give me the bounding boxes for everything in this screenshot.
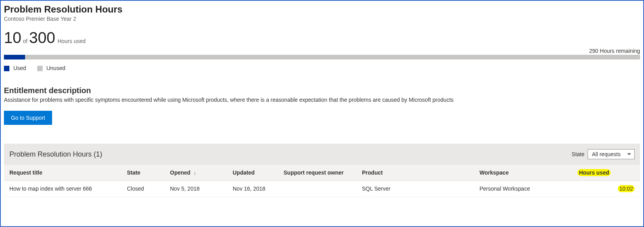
- of-label: of: [22, 38, 29, 44]
- sort-descending-icon: ↓: [194, 170, 196, 176]
- hours-progress-bar: [4, 55, 640, 59]
- cell-product: SQL Server: [356, 181, 474, 197]
- state-filter-label: State: [572, 151, 584, 157]
- cell-opened: Nov 5, 2018: [165, 181, 227, 197]
- col-opened[interactable]: Opened ↓: [165, 165, 227, 181]
- cell-hours-used: 10:02: [572, 181, 640, 197]
- cell-state: Closed: [121, 181, 165, 197]
- page-title: Problem Resolution Hours: [4, 4, 640, 15]
- requests-table: Request title State Opened ↓ Updated Sup…: [4, 165, 640, 197]
- cell-owner: [278, 181, 356, 197]
- cell-workspace: Personal Workspace: [474, 181, 572, 197]
- grid-title: Problem Resolution Hours (1): [9, 150, 102, 159]
- cell-updated: Nov 16, 2018: [227, 181, 278, 197]
- chevron-down-icon: [627, 153, 631, 155]
- progress-legend: Used Unused: [4, 65, 640, 71]
- table-header-row: Request title State Opened ↓ Updated Sup…: [4, 165, 640, 181]
- col-hours-used-label: Hours used: [577, 169, 611, 176]
- legend-unused-label: Unused: [46, 65, 65, 71]
- hours-progress-fill: [4, 55, 25, 59]
- col-hours-used[interactable]: Hours used: [572, 165, 640, 181]
- state-filter-value: All requests: [592, 151, 620, 157]
- entitlement-description: Assistance for problems with specific sy…: [4, 97, 640, 103]
- hours-remaining-label: 290 Hours remaining: [4, 48, 640, 54]
- hours-total-value: 300: [29, 30, 55, 45]
- col-request-title[interactable]: Request title: [4, 165, 121, 181]
- hours-used-value: 10: [4, 30, 22, 45]
- col-updated[interactable]: Updated: [227, 165, 278, 181]
- entitlement-heading: Entitlement description: [4, 86, 640, 95]
- hours-unit-label: Hours used: [58, 38, 86, 44]
- grid-header: Problem Resolution Hours (1) State All r…: [4, 144, 640, 165]
- col-opened-label: Opened: [170, 169, 190, 176]
- col-product[interactable]: Product: [356, 165, 474, 181]
- go-to-support-button[interactable]: Go to Support: [4, 111, 52, 125]
- legend-used-swatch: [4, 66, 9, 71]
- col-owner[interactable]: Support request owner: [278, 165, 356, 181]
- legend-used-label: Used: [13, 65, 26, 71]
- page-subtitle: Contoso Premier Base Year 2: [4, 16, 640, 22]
- legend-used: Used: [4, 65, 26, 71]
- legend-unused: Unused: [37, 65, 65, 71]
- legend-unused-swatch: [37, 66, 43, 71]
- col-state[interactable]: State: [121, 165, 165, 181]
- table-row[interactable]: How to map index with server 666 Closed …: [4, 181, 640, 197]
- cell-hours-used-value: 10:02: [618, 185, 635, 192]
- state-filter-select[interactable]: All requests: [588, 149, 635, 159]
- hours-used-summary: 10 of 300 Hours used: [4, 30, 640, 45]
- col-workspace[interactable]: Workspace: [474, 165, 572, 181]
- cell-request-title: How to map index with server 666: [4, 181, 121, 197]
